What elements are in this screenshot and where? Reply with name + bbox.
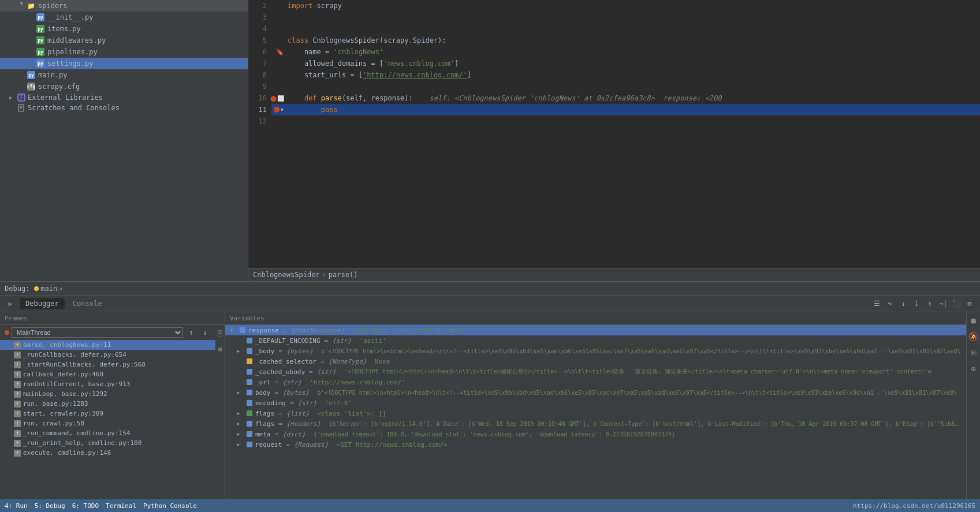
code-area[interactable]: 2 import scrapy 3 4 5 (248, 0, 980, 268)
var-type-flags: {list} (286, 410, 310, 417)
thread-main[interactable]: MainThread ↑ ↓ (0, 325, 215, 340)
variables-panel-label: Variables (230, 315, 264, 322)
py-icon-main: py (27, 70, 36, 80)
line-content-7: allowed_domains = ['news.cnblog.com'] (285, 58, 980, 69)
sidebar-item-ext-libraries[interactable]: ▶ External Libraries (0, 92, 248, 103)
code-line-6: 6 🔖 name = 'cnblogNews' (248, 46, 980, 58)
frame-runtilcurrent[interactable]: f runUntilCurrent, base.py:913 (0, 379, 215, 389)
sidebar-label-items: items.py (47, 25, 81, 33)
status-run-btn[interactable]: 4: Run (5, 502, 28, 510)
sidebar-item-init[interactable]: py __init__.py (0, 12, 248, 23)
var-encoding[interactable]: encoding = {str} 'utf-8' (225, 398, 966, 408)
gutter-6: 🔖 (271, 46, 285, 58)
frame-callback[interactable]: f callback_defer.py:460 (0, 369, 215, 379)
frame-run-base[interactable]: f run, base.py:1283 (0, 399, 215, 409)
frame-run-command[interactable]: f _run_command, cmdline.py:154 (0, 428, 215, 438)
var-cached-selector[interactable]: _cached_selector = {NoneType} None (225, 356, 966, 367)
var-url[interactable]: _url = {str} 'http://news.cnblog.com/' (225, 377, 966, 387)
sidebar-item-scrapy-cfg[interactable]: cfg scrapy.cfg (0, 81, 248, 92)
var-icon-headers (246, 420, 253, 427)
frame-start-crawler[interactable]: f start, crawler.py:309 (0, 409, 215, 418)
frames-filter-icon[interactable]: ⊕ (214, 343, 225, 355)
var-arrow-meta: ▶ (237, 431, 244, 437)
resume-btn[interactable]: ▶ (5, 298, 16, 309)
tab-console[interactable]: Console (67, 298, 108, 309)
var-flags[interactable]: ▶ flags = {list} <class 'list'>: [] (225, 408, 966, 418)
var-type-headers: {Headers} (286, 420, 321, 428)
var-icon-response (239, 327, 246, 334)
var-icon-encoding (246, 399, 253, 406)
frame-icon-callback: f (14, 371, 21, 378)
toolbar-settings-btn[interactable]: ☰ (871, 298, 882, 309)
debug-stop-icon[interactable]: ■ (968, 315, 979, 326)
frame-label-startruncallbacks: _startRunCallbacks, defer.py:568 (23, 361, 146, 368)
var-response[interactable]: ▼ response = {HtmlResponse} <200 http://… (225, 325, 966, 335)
var-meta[interactable]: ▶ meta = {dict} {'download_timeout': 180… (225, 429, 966, 439)
debug-header: Debug: main ✕ (0, 282, 980, 296)
var-cached-ubody[interactable]: _cached_ubody = {str} '<!DOCTYPE html>\n… (225, 367, 966, 377)
status-debug-btn[interactable]: 5: Debug (35, 502, 65, 510)
gutter-7 (271, 58, 285, 69)
frame-startruncallbacks[interactable]: f _startRunCallbacks, defer.py:568 (0, 360, 215, 369)
step-into-btn[interactable]: ↓ (897, 298, 909, 309)
var-arrow-body: ▶ (237, 390, 244, 395)
sidebar-item-settings[interactable]: py settings.py (0, 58, 248, 69)
step-over-btn[interactable]: ↷ (884, 298, 896, 309)
var-icon-cached-selector (246, 358, 253, 365)
frames-panel-header: Frames (0, 312, 225, 325)
thread-dot (5, 330, 9, 335)
status-todo-btn[interactable]: 6: TODO (72, 502, 99, 510)
var-body[interactable]: ▶ body = {bytes} b'<!DOCTYPE html>\n<htm… (225, 387, 966, 398)
gutter-11: ➤ (271, 104, 285, 115)
thread-selector[interactable]: MainThread (12, 327, 183, 338)
sidebar-item-items[interactable]: py items.py (0, 23, 248, 35)
sidebar-item-middlewares[interactable]: py middlewares.py (0, 35, 248, 46)
debug-filter-icon[interactable]: ⊕ (968, 363, 979, 375)
gutter-2 (271, 0, 285, 12)
status-bar: 4: Run 5: Debug 6: TODO Terminal Python … (0, 499, 980, 512)
thread-down-btn[interactable]: ↓ (199, 327, 211, 338)
var-type-url: {str} (282, 379, 301, 386)
debug-mute-icon[interactable]: 🔕 (968, 331, 979, 342)
code-line-9: 9 (248, 81, 980, 92)
frame-run-crawl[interactable]: f run, crawl.py:58 (0, 418, 215, 428)
more-btn[interactable]: ⊞ (964, 298, 975, 309)
sidebar-label-scratches: Scratches and Consoles (28, 104, 120, 112)
debug-copy-icon[interactable]: ⎘ (968, 347, 979, 358)
session-tab[interactable]: main ✕ (34, 285, 63, 293)
status-python-console-btn[interactable]: Python Console (143, 502, 197, 510)
frames-copy-icon[interactable]: ⎘ (214, 327, 225, 339)
status-terminal-label: Terminal (106, 502, 136, 510)
var-name-body: body (255, 389, 271, 397)
run-to-cursor-btn[interactable]: →| (937, 298, 949, 309)
frame-run-print-help[interactable]: f _run_print_help, cmdline.py:100 (0, 438, 215, 448)
frame-parse[interactable]: f parse, cnblogNews.py:11 (0, 340, 215, 350)
var-icon-body-private (246, 347, 253, 354)
sidebar-label-spiders: spiders (38, 2, 68, 10)
frame-icon-run-command: f (14, 430, 21, 437)
var-body-private[interactable]: ▶ _body = {bytes} b'<!DOCTYPE html>\n<ht… (225, 346, 966, 356)
step-into-my-code-btn[interactable]: ⤵ (911, 298, 922, 309)
var-value-request: <GET http://news.cnblog.com/> (337, 441, 962, 449)
var-value-cached-ubody: '<!DOCTYPE html>\n<html>\n<head>\n\t\t<t… (344, 368, 962, 376)
session-close-btn[interactable]: ✕ (59, 285, 63, 293)
var-default-encoding[interactable]: _DEFAULT_ENCODING = {str} 'ascii' (225, 335, 966, 346)
sidebar-item-spiders[interactable]: ▶ 📁 spiders (0, 0, 248, 12)
sidebar-item-main[interactable]: py main.py (0, 69, 248, 81)
step-out-btn[interactable]: ↑ (924, 298, 936, 309)
sidebar-item-scratches[interactable]: Scratches and Consoles (0, 103, 248, 113)
tab-debugger[interactable]: Debugger (20, 298, 65, 309)
status-terminal-btn[interactable]: Terminal (106, 502, 136, 510)
evaluate-btn[interactable]: ⬛ (951, 298, 962, 309)
var-request[interactable]: ▶ request = {Request} <GET http://news.c… (225, 439, 966, 450)
thread-up-btn[interactable]: ↑ (185, 327, 197, 338)
code-line-2: 2 import scrapy (248, 0, 980, 12)
line-num-5: 5 (248, 35, 271, 46)
sidebar-item-pipelines[interactable]: py pipelines.py (0, 46, 248, 58)
line-content-9 (285, 81, 980, 92)
frame-runcallbacks[interactable]: f _runCallbacks, defer.py:654 (0, 350, 215, 360)
frame-execute[interactable]: f execute, cmdline.py:146 (0, 448, 215, 458)
var-headers[interactable]: ▶ flags = {Headers} {b'Server': [b'nginx… (225, 418, 966, 429)
frame-mainloop[interactable]: f mainLoop, base.py:1292 (0, 389, 215, 399)
line-content-2: import scrapy (285, 0, 980, 12)
